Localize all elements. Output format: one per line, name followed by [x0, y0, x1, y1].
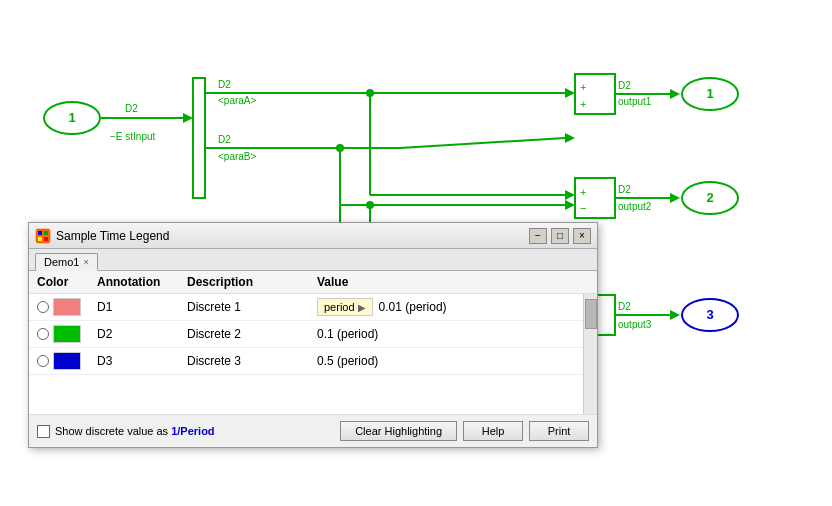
- value-d1: 0.01 (period): [379, 300, 447, 314]
- svg-marker-44: [670, 193, 680, 203]
- header-description: Description: [187, 275, 317, 289]
- svg-text:+: +: [580, 186, 586, 198]
- radio-d3[interactable]: [37, 355, 49, 367]
- tooltip-period: period ▶: [317, 298, 373, 316]
- value-cell-d1: period ▶ 0.01 (period): [317, 298, 589, 316]
- svg-text:D2: D2: [618, 80, 631, 91]
- svg-text:1: 1: [706, 86, 713, 101]
- tab-demo1[interactable]: Demo1 ×: [35, 253, 98, 271]
- header-value: Value: [317, 275, 589, 289]
- annotation-d2: D2: [97, 327, 187, 341]
- color-cell-d2: [37, 325, 97, 343]
- dialog-tabs: Demo1 ×: [29, 249, 597, 271]
- color-cell-d3: [37, 352, 97, 370]
- description-d1: Discrete 1: [187, 300, 317, 314]
- table-row: D2 Discrete 2 0.1 (period): [29, 321, 597, 348]
- svg-rect-63: [44, 231, 48, 235]
- svg-marker-36: [565, 200, 575, 210]
- footer-label: Show discrete value as 1/Period: [55, 425, 215, 437]
- description-d2: Discrete 2: [187, 327, 317, 341]
- svg-text:−E stInput: −E stInput: [110, 131, 156, 142]
- tooltip-text: period: [324, 301, 355, 313]
- annotation-d1: D1: [97, 300, 187, 314]
- svg-text:2: 2: [706, 190, 713, 205]
- svg-marker-58: [670, 310, 680, 320]
- dialog-controls: − □ ×: [529, 228, 591, 244]
- color-cell-d1: [37, 298, 97, 316]
- radio-d2[interactable]: [37, 328, 49, 340]
- scrollbar-thumb[interactable]: [585, 299, 597, 329]
- radio-d1[interactable]: [37, 301, 49, 313]
- close-button[interactable]: ×: [573, 228, 591, 244]
- sample-time-legend-dialog: Sample Time Legend − □ × Demo1 × Color A…: [28, 222, 598, 448]
- print-button[interactable]: Print: [529, 421, 589, 441]
- svg-marker-27: [670, 89, 680, 99]
- dialog-titlebar: Sample Time Legend − □ ×: [29, 223, 597, 249]
- svg-marker-3: [183, 113, 193, 123]
- show-discrete-checkbox[interactable]: [37, 425, 50, 438]
- svg-line-19: [400, 138, 565, 148]
- tooltip-arrow-icon: ▶: [358, 302, 366, 313]
- svg-text:output2: output2: [618, 201, 652, 212]
- scrollbar[interactable]: [583, 294, 597, 414]
- value-d3: 0.5 (period): [317, 354, 589, 368]
- header-annotation: Annotation: [97, 275, 187, 289]
- svg-text:<paraA>: <paraA>: [218, 95, 257, 106]
- svg-text:<paraB>: <paraB>: [218, 151, 257, 162]
- swatch-d2: [53, 325, 81, 343]
- svg-text:+: +: [580, 98, 586, 110]
- dialog-title-left: Sample Time Legend: [35, 228, 169, 244]
- svg-rect-64: [38, 237, 42, 241]
- dialog-footer: Show discrete value as 1/Period Clear Hi…: [29, 414, 597, 447]
- table-row: D3 Discrete 3 0.5 (period): [29, 348, 597, 375]
- annotation-d3: D3: [97, 354, 187, 368]
- dialog-title-text: Sample Time Legend: [56, 229, 169, 243]
- minimize-button[interactable]: −: [529, 228, 547, 244]
- svg-text:output1: output1: [618, 96, 652, 107]
- svg-text:D2: D2: [618, 301, 631, 312]
- svg-text:−: −: [580, 202, 586, 214]
- tab-label: Demo1: [44, 256, 79, 268]
- value-d2: 0.1 (period): [317, 327, 589, 341]
- swatch-d3: [53, 352, 81, 370]
- footer-1period-text: 1/Period: [171, 425, 214, 437]
- svg-text:D2: D2: [618, 184, 631, 195]
- svg-text:+: +: [580, 81, 586, 93]
- svg-text:1: 1: [68, 110, 75, 125]
- swatch-d1: [53, 298, 81, 316]
- footer-buttons: Clear Highlighting Help Print: [340, 421, 589, 441]
- svg-rect-62: [38, 231, 42, 235]
- svg-rect-65: [44, 237, 48, 241]
- svg-marker-20: [565, 133, 575, 143]
- dialog-content: Color Annotation Description Value D1 Di…: [29, 271, 597, 414]
- dialog-icon: [35, 228, 51, 244]
- table-body: D1 Discrete 1 period ▶ 0.01 (period) D2: [29, 294, 597, 414]
- footer-left: Show discrete value as 1/Period: [37, 425, 215, 438]
- help-button[interactable]: Help: [463, 421, 523, 441]
- footer-label-text: Show discrete value as: [55, 425, 168, 437]
- svg-text:3: 3: [706, 307, 713, 322]
- maximize-button[interactable]: □: [551, 228, 569, 244]
- table-row: D1 Discrete 1 period ▶ 0.01 (period): [29, 294, 597, 321]
- svg-marker-35: [565, 190, 575, 200]
- svg-text:D2: D2: [125, 103, 138, 114]
- tab-close-icon[interactable]: ×: [83, 257, 88, 267]
- header-color: Color: [37, 275, 97, 289]
- description-d3: Discrete 3: [187, 354, 317, 368]
- clear-highlighting-button[interactable]: Clear Highlighting: [340, 421, 457, 441]
- svg-rect-6: [193, 78, 205, 198]
- svg-text:output3: output3: [618, 319, 652, 330]
- svg-text:D2: D2: [218, 79, 231, 90]
- svg-marker-18: [565, 88, 575, 98]
- svg-text:D2: D2: [218, 134, 231, 145]
- table-header: Color Annotation Description Value: [29, 271, 597, 294]
